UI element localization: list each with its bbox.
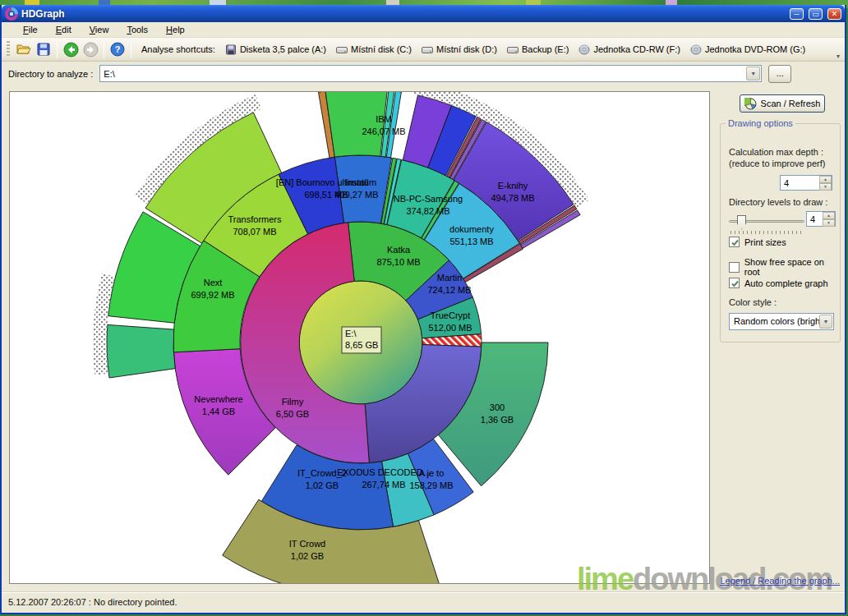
wedge-label: 698,51 MB — [304, 190, 348, 200]
legend-link[interactable]: Legend / Reading the graph... — [720, 576, 840, 586]
checkbox-row: Show free space on root — [729, 257, 840, 277]
checkbox-label: Auto complete graph — [744, 278, 828, 288]
main-area: Katka875,10 MBMartin724,12 MBTrueCrypt51… — [2, 85, 845, 590]
wedge-label: TrueCrypt — [431, 310, 471, 320]
calc-depth-spinner[interactable]: 4 ▲▼ — [780, 175, 832, 191]
drive-shortcut-g[interactable]: Jednotka DVD-ROM (G:) — [685, 43, 810, 57]
menu-item-file[interactable]: File — [15, 23, 46, 36]
open-folder-icon — [16, 43, 31, 56]
close-button[interactable]: ✕ — [827, 8, 841, 20]
wedge-label: Next — [204, 278, 223, 287]
wedge-label: E-knihy — [498, 181, 528, 191]
toolbar-overflow-button[interactable]: ▾ — [833, 39, 843, 60]
save-floppy-icon — [37, 43, 50, 56]
toolbar-grip[interactable] — [7, 41, 10, 57]
drive-label: Backup (E:) — [522, 44, 569, 54]
drive-label: Místní disk (D:) — [436, 44, 497, 54]
maximize-button[interactable]: ▭ — [809, 8, 823, 20]
wedge-label: 875,10 MB — [376, 257, 420, 267]
drive-label: Jednotka DVD-ROM (G:) — [705, 44, 805, 54]
wedge-label: 374,82 MB — [406, 206, 449, 216]
scan-refresh-label: Scan / Refresh — [761, 99, 821, 108]
toolbar-separator — [131, 41, 131, 58]
menu-item-view[interactable]: View — [81, 23, 118, 36]
levels-spinner[interactable]: 4 ▲▼ — [806, 211, 836, 227]
dvd-icon — [690, 44, 702, 55]
wedge-label: Katka — [387, 245, 411, 255]
menu-bar: FileEditViewToolsHelp — [2, 22, 845, 38]
wedge-label: [EN] Bournovo ultimatum — [276, 177, 376, 187]
wedge-label: 300 — [490, 402, 505, 412]
wedge-label: 512,00 MB — [428, 323, 472, 333]
wedge-label: 246,07 MB — [362, 126, 405, 136]
wedge-label: NB-PC-Samsung — [394, 194, 463, 204]
wedge-label: 1,02 GB — [291, 551, 324, 561]
wedge-label: 1,36 GB — [481, 415, 514, 425]
wedge-label: 1,02 GB — [306, 480, 339, 490]
wedge-label: E:\ — [345, 329, 357, 338]
directory-combobox[interactable]: E:\ ▼ — [99, 65, 762, 82]
wedge-label: EXODUS DECODED... — [337, 467, 431, 477]
levels-value: 4 — [810, 214, 815, 224]
spin-down-button[interactable]: ▼ — [819, 183, 832, 191]
wedge-label: 1,44 GB — [202, 407, 235, 416]
help-icon: ? — [110, 42, 125, 57]
drive-label: Jednotka CD-RW (F:) — [593, 44, 680, 54]
title-bar[interactable]: HDGraph ─ ▭ ✕ — [2, 5, 845, 22]
checkbox-show-free-space-on-root[interactable] — [729, 262, 740, 273]
wedge-label: IBM — [376, 114, 392, 124]
spin-down-button[interactable]: ▼ — [823, 219, 835, 227]
drawing-options-group: Drawing options Calculation max depth : … — [720, 123, 841, 342]
calc-depth-label: Calculation max depth : — [729, 147, 823, 157]
spin-up-button[interactable]: ▲ — [823, 212, 835, 219]
forward-button[interactable] — [81, 39, 100, 59]
help-button[interactable]: ? — [108, 39, 127, 59]
wedge-label: IT Crowd — [289, 539, 325, 549]
directory-bar: Directory to analyze : E:\ ▼ ... — [2, 62, 845, 85]
chart-panel: Katka875,10 MBMartin724,12 MBTrueCrypt51… — [9, 91, 710, 584]
combobox-dropdown-arrow[interactable]: ▼ — [746, 67, 760, 80]
checkbox-row: Auto complete graph — [729, 278, 828, 288]
drive-shortcut-d[interactable]: Místní disk (D:) — [417, 43, 502, 57]
spin-up-button[interactable]: ▲ — [819, 176, 832, 183]
menu-item-edit[interactable]: Edit — [48, 23, 80, 36]
drive-shortcut-f[interactable]: Jednotka CD-RW (F:) — [574, 43, 685, 57]
status-bar: 5.12.2007 20:26:07 : No directory pointe… — [2, 591, 845, 613]
minimize-button[interactable]: ─ — [790, 8, 804, 20]
save-button[interactable] — [34, 39, 53, 59]
checkbox-row: Print sizes — [729, 237, 786, 247]
menu-item-tools[interactable]: Tools — [118, 23, 156, 36]
hdd-icon — [422, 44, 433, 55]
wedge-segment[interactable] — [107, 324, 175, 378]
levels-label: Directory levels to draw : — [729, 197, 827, 207]
checkbox-label: Show free space on root — [744, 257, 840, 277]
wedge-label: 708,07 MB — [233, 227, 276, 237]
forward-arrow-icon — [83, 42, 99, 57]
menu-item-help[interactable]: Help — [158, 23, 193, 36]
browse-button[interactable]: ... — [768, 65, 791, 83]
back-arrow-icon — [63, 42, 79, 57]
slider-ticks — [730, 231, 803, 234]
levels-slider[interactable] — [729, 214, 804, 232]
svg-text:?: ? — [115, 44, 121, 54]
toolbar: ? Analyse shortcuts: Disketa 3,5 palce (… — [2, 38, 845, 62]
wedge-label: Transformers — [228, 214, 282, 224]
checkbox-print-sizes[interactable] — [729, 237, 740, 247]
back-button[interactable] — [61, 39, 81, 59]
open-button[interactable] — [14, 39, 34, 59]
wedge-label: 267,74 MB — [362, 480, 405, 490]
wedge-label: Martin — [437, 273, 463, 283]
combobox-dropdown-arrow[interactable]: ▼ — [819, 315, 832, 329]
calc-depth-value: 4 — [784, 178, 789, 188]
drive-shortcut-a[interactable]: Disketa 3,5 palce (A:) — [220, 43, 331, 57]
drive-shortcut-c[interactable]: Místní disk (C:) — [331, 43, 417, 57]
scan-refresh-button[interactable]: Scan / Refresh — [740, 94, 825, 113]
checkbox-auto-complete-graph[interactable] — [729, 278, 740, 288]
wedge-ibm[interactable] — [325, 92, 387, 157]
cd-icon — [578, 44, 590, 55]
drive-label: Disketa 3,5 palce (A:) — [240, 44, 326, 54]
drive-shortcut-e[interactable]: Backup (E:) — [502, 43, 574, 57]
slider-thumb[interactable] — [737, 215, 746, 229]
sunburst-chart[interactable]: Katka875,10 MBMartin724,12 MBTrueCrypt51… — [10, 92, 709, 583]
color-style-combobox[interactable]: Random colors (bright) ▼ — [729, 313, 834, 330]
